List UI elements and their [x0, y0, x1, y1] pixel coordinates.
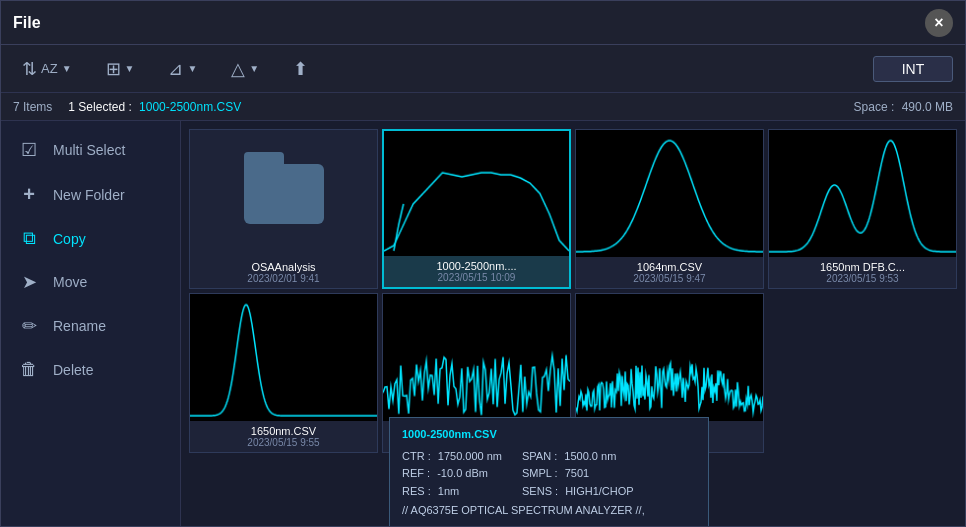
sidebar: ☑ Multi Select + New Folder ⧉ Copy ➤ Mov…	[1, 121, 181, 526]
status-bar: 7 Items 1 Selected : 1000-2500nm.CSV Spa…	[1, 93, 965, 121]
file-date: 2023/05/15 10:09	[390, 272, 563, 283]
tooltip-row1: CTR : 1750.000 nm REF : -10.0 dBm RES : …	[402, 448, 696, 501]
sidebar-label-rename: Rename	[53, 318, 106, 334]
file-item-1064nm[interactable]: 1064nm.CSV 2023/05/15 9:47	[575, 129, 764, 289]
file-item-osaanalysis[interactable]: OSAAnalysis 2023/02/01 9:41	[189, 129, 378, 289]
items-count: 7 Items	[13, 100, 52, 114]
sidebar-item-delete[interactable]: 🗑 Delete	[1, 349, 180, 390]
toolbar: ⇅ AZ ▼ ⊞ ▼ ⊿ ▼ △ ▼ ⬆ INT	[1, 45, 965, 93]
folder-thumbnail	[190, 130, 377, 257]
sidebar-label-copy: Copy	[53, 231, 86, 247]
file-item-1650nm[interactable]: 1650nm.CSV 2023/05/15 9:55	[189, 293, 378, 453]
spectrum-thumbnail-absorption	[576, 294, 763, 421]
export-icon: ⬆	[293, 58, 308, 80]
sidebar-label-multiselect: Multi Select	[53, 142, 125, 158]
file-name: 1650nm.CSV	[196, 425, 371, 437]
filter-button[interactable]: ⊿ ▼	[159, 53, 206, 85]
file-item-1000-2500nm[interactable]: 1000-2500nm.... 2023/05/15 10:09	[382, 129, 571, 289]
tooltip-col-left1: CTR : 1750.000 nm REF : -10.0 dBm RES : …	[402, 448, 502, 501]
sort-chevron-icon: ▼	[62, 63, 72, 74]
tooltip-span: SPAN : 1500.0 nm	[522, 448, 634, 466]
file-item-1650nm-dfb[interactable]: 1650nm DFB.C... 2023/05/15 9:53	[768, 129, 957, 289]
delete-icon: 🗑	[17, 359, 41, 380]
tooltip-smpl: SMPL : 7501	[522, 465, 634, 483]
tooltip-ctr: CTR : 1750.000 nm	[402, 448, 502, 466]
file-date: 2023/05/15 9:47	[582, 273, 757, 284]
dialog-title: File	[13, 14, 41, 32]
newfolder-icon: +	[17, 183, 41, 206]
selected-info: 1 Selected : 1000-2500nm.CSV	[68, 100, 241, 114]
export-button[interactable]: ⬆	[284, 53, 317, 85]
space-info: Space : 490.0 MB	[854, 100, 953, 114]
main-content: ☑ Multi Select + New Folder ⧉ Copy ➤ Mov…	[1, 121, 965, 526]
spectrum-thumbnail-single-peak	[576, 130, 763, 257]
multiselect-icon: ☑	[17, 139, 41, 161]
sidebar-label-newfolder: New Folder	[53, 187, 125, 203]
spectrum-thumbnail-narrow-peak	[190, 294, 377, 421]
tooltip-filename: 1000-2500nm.CSV	[402, 426, 696, 444]
sidebar-item-newfolder[interactable]: + New Folder	[1, 173, 180, 216]
status-left: 7 Items 1 Selected : 1000-2500nm.CSV	[13, 100, 241, 114]
spectrum-thumbnail-noise	[383, 294, 570, 421]
file-info: 1650nm DFB.C... 2023/05/15 9:53	[769, 257, 956, 288]
grid-icon: ⊞	[106, 58, 121, 80]
file-tooltip: 1000-2500nm.CSV CTR : 1750.000 nm REF : …	[389, 417, 709, 526]
file-name: 1064nm.CSV	[582, 261, 757, 273]
selected-label: 1 Selected :	[68, 100, 131, 114]
tooltip-sens: SENS : HIGH1/CHOP	[522, 483, 634, 501]
tooltip-analyzer: // AQ6375E OPTICAL SPECTRUM ANALYZER //,	[402, 502, 696, 520]
spectrum-thumbnail-double-peak	[769, 130, 956, 257]
sidebar-label-delete: Delete	[53, 362, 93, 378]
space-value: 490.0 MB	[902, 100, 953, 114]
file-date: 2023/05/15 9:53	[775, 273, 950, 284]
file-info: 1650nm.CSV 2023/05/15 9:55	[190, 421, 377, 452]
filter-icon: ⊿	[168, 58, 183, 80]
move-icon: ➤	[17, 271, 41, 293]
sort-button[interactable]: ⇅ AZ ▼	[13, 53, 81, 85]
space-label: Space :	[854, 100, 895, 114]
file-date: 2023/05/15 9:55	[196, 437, 371, 448]
file-info: OSAAnalysis 2023/02/01 9:41	[190, 257, 377, 288]
view-chevron-icon: ▼	[125, 63, 135, 74]
file-date: 2023/02/01 9:41	[196, 273, 371, 284]
close-button[interactable]: ×	[925, 9, 953, 37]
file-info: 1000-2500nm.... 2023/05/15 10:09	[384, 256, 569, 287]
file-name: OSAAnalysis	[196, 261, 371, 273]
tooltip-col-right1: SPAN : 1500.0 nm SMPL : 7501 SENS : HIGH…	[522, 448, 634, 501]
filter-chevron-icon: ▼	[187, 63, 197, 74]
sidebar-item-multiselect[interactable]: ☑ Multi Select	[1, 129, 180, 171]
spectrum-thumbnail-broadband	[384, 131, 569, 256]
copy-icon: ⧉	[17, 228, 41, 249]
file-name: 1650nm DFB.C...	[775, 261, 950, 273]
folder-icon	[244, 164, 324, 224]
file-info: 1064nm.CSV 2023/05/15 9:47	[576, 257, 763, 288]
sort-label: AZ	[41, 61, 58, 76]
tooltip-ref: REF : -10.0 dBm	[402, 465, 502, 483]
file-dialog: File × ⇅ AZ ▼ ⊞ ▼ ⊿ ▼ △ ▼ ⬆ INT 7 Items	[0, 0, 966, 527]
sidebar-item-move[interactable]: ➤ Move	[1, 261, 180, 303]
title-bar: File ×	[1, 1, 965, 45]
rename-icon: ✏	[17, 315, 41, 337]
file-name: 1000-2500nm....	[390, 260, 563, 272]
search-field[interactable]: INT	[873, 56, 953, 82]
sidebar-label-move: Move	[53, 274, 87, 290]
sidebar-item-rename[interactable]: ✏ Rename	[1, 305, 180, 347]
sidebar-item-copy[interactable]: ⧉ Copy	[1, 218, 180, 259]
device-chevron-icon: ▼	[249, 63, 259, 74]
device-icon: △	[231, 58, 245, 80]
selected-file: 1000-2500nm.CSV	[139, 100, 241, 114]
device-button[interactable]: △ ▼	[222, 53, 268, 85]
tooltip-res: RES : 1nm	[402, 483, 502, 501]
file-grid: OSAAnalysis 2023/02/01 9:41 1000-2500nm.…	[181, 121, 965, 526]
sort-icon: ⇅	[22, 58, 37, 80]
view-button[interactable]: ⊞ ▼	[97, 53, 144, 85]
